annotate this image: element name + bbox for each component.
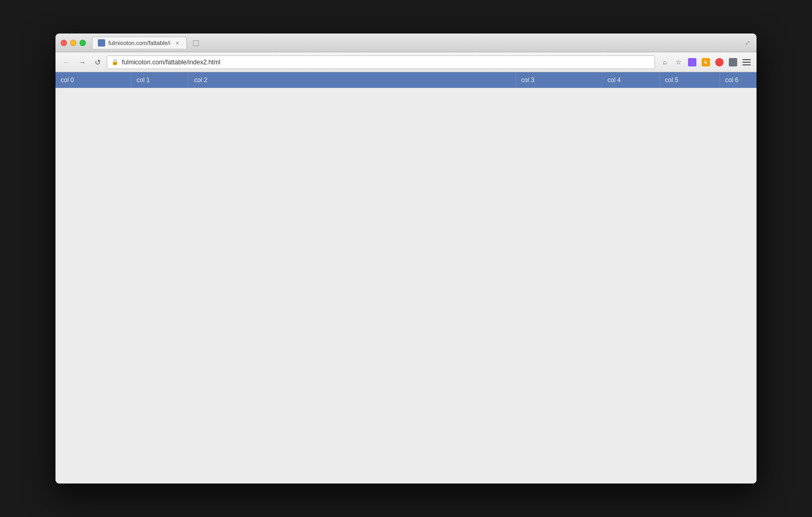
column-header-2[interactable]: col 2: [189, 72, 516, 88]
browser-window: fulmicoton.com/fattable/i ✕ □ ⤢ ← → ↺ 🔒 …: [55, 33, 757, 484]
column-header-4[interactable]: col 4: [602, 72, 660, 88]
column-header-1[interactable]: col 1: [131, 72, 189, 88]
traffic-lights: [61, 40, 86, 46]
search-icon[interactable]: ⌕: [659, 57, 671, 68]
nav-bar: ← → ↺ 🔒 fulmicoton.com/fattable/index2.h…: [55, 52, 757, 72]
maximize-button[interactable]: [80, 40, 86, 46]
stop-icon[interactable]: [714, 57, 725, 68]
column-header-6[interactable]: col 6: [720, 72, 757, 88]
refresh-button[interactable]: ↺: [91, 56, 105, 69]
camera-icon[interactable]: [727, 57, 739, 68]
camera-extension-icon: [729, 58, 737, 66]
column-header-3[interactable]: col 3: [516, 72, 602, 88]
back-icon: ←: [63, 58, 70, 66]
forward-icon: →: [78, 58, 86, 66]
minimize-button[interactable]: [70, 40, 76, 46]
tab-bar: fulmicoton.com/fattable/i ✕ □: [92, 37, 744, 49]
kindle-icon[interactable]: k: [700, 57, 712, 68]
page-content: col 0 col 1 col 2 col 3 col 4 col 5 col …: [55, 72, 757, 484]
back-button[interactable]: ←: [60, 56, 73, 69]
pocket-icon[interactable]: [686, 57, 698, 68]
kindle-extension-icon: k: [702, 58, 710, 66]
lock-icon: 🔒: [111, 59, 119, 65]
menu-button[interactable]: [741, 57, 752, 68]
column-header-5[interactable]: col 5: [660, 72, 720, 88]
column-header-0[interactable]: col 0: [55, 72, 131, 88]
url-text: fulmicoton.com/fattable/index2.html: [122, 59, 220, 66]
pocket-extension-icon: [688, 58, 696, 66]
table-header: col 0 col 1 col 2 col 3 col 4 col 5 col …: [55, 72, 757, 88]
table-body: [55, 88, 757, 484]
new-tab-icon: □: [193, 38, 199, 48]
tab-favicon-icon: [98, 39, 105, 47]
forward-button[interactable]: →: [75, 56, 89, 69]
nav-icons-group: ⌕ ☆ k: [659, 57, 752, 68]
browser-tab[interactable]: fulmicoton.com/fattable/i ✕: [92, 37, 187, 49]
stop-extension-icon: [715, 58, 724, 66]
resize-icon[interactable]: ⤢: [744, 39, 751, 47]
refresh-icon: ↺: [95, 58, 101, 66]
new-tab-button[interactable]: □: [189, 37, 204, 49]
tab-close-button[interactable]: ✕: [174, 39, 181, 47]
address-bar[interactable]: 🔒 fulmicoton.com/fattable/index2.html: [107, 55, 655, 69]
hamburger-icon: [742, 59, 751, 65]
title-bar: fulmicoton.com/fattable/i ✕ □ ⤢: [55, 33, 757, 52]
close-button[interactable]: [61, 40, 67, 46]
tab-title: fulmicoton.com/fattable/i: [108, 40, 171, 46]
star-icon[interactable]: ☆: [673, 57, 684, 68]
